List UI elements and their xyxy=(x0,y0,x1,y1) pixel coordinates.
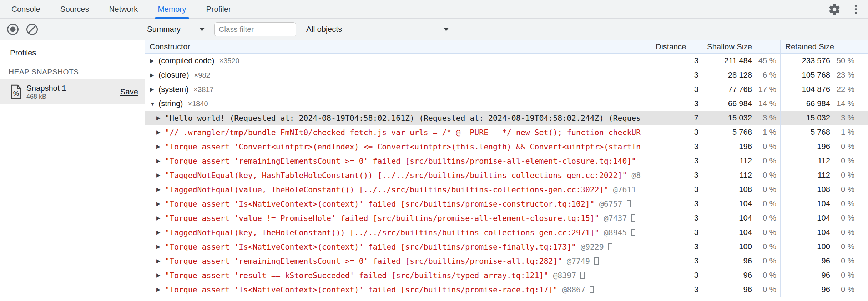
heap-row-string[interactable]: ▶"Torque assert 'result == kStoreSuccede… xyxy=(145,268,868,282)
shallow-size-percent: 0 % xyxy=(752,228,776,237)
column-header-constructor[interactable]: Constructor xyxy=(145,40,651,53)
heap-row-string[interactable]: ▶"// .wrangler/tmp/bundle-FmNIt0/checked… xyxy=(145,125,868,139)
tab-network-label: Network xyxy=(109,5,138,14)
distance-cell: 3 xyxy=(651,68,702,82)
object-id: @6757 xyxy=(599,199,622,208)
constructor-cell: ▶"Torque assert 'Is<NativeContext>(conte… xyxy=(145,197,651,211)
constructor-cell: ▶"Torque assert 'result == kStoreSuccede… xyxy=(145,268,651,282)
tab-network[interactable]: Network xyxy=(99,0,148,18)
retained-size-value: 66 984 xyxy=(781,99,830,108)
disclosure-collapsed-icon[interactable]: ▶ xyxy=(150,58,158,64)
sidebar-item-snapshot-1[interactable]: % Snapshot 1 468 kB Save xyxy=(0,79,145,104)
heap-row-string[interactable]: ▶"Torque assert 'remainingElementsCount … xyxy=(145,154,868,168)
disclosure-collapsed-icon[interactable]: ▶ xyxy=(156,215,165,221)
shallow-size-cell: 1080 % xyxy=(702,182,780,197)
heap-grid-body: ▶(compiled code)×35203211 48445 %233 576… xyxy=(145,54,868,297)
disclosure-collapsed-icon[interactable]: ▶ xyxy=(156,186,165,193)
profiles-sidebar: Profiles HEAP SNAPSHOTS % Snapshot 1 468… xyxy=(0,40,145,301)
perspective-select[interactable]: Summary xyxy=(147,25,205,34)
heap-row-string[interactable]: ▶"TaggedNotEqual(key, TheHoleConstant())… xyxy=(145,225,868,240)
string-value: "Torque assert 'Is<NativeContext>(contex… xyxy=(165,199,595,208)
disclosure-collapsed-icon[interactable]: ▶ xyxy=(156,229,165,236)
heap-row-string[interactable]: ▶"Torque assert 'Is<NativeContext>(conte… xyxy=(145,282,868,297)
heap-row-string[interactable]: ▶"Torque assert 'value != PromiseHole' f… xyxy=(145,211,868,225)
clear-profiles-button[interactable] xyxy=(25,22,39,36)
retained-size-value: 104 xyxy=(781,213,830,223)
more-options-button[interactable] xyxy=(849,2,863,16)
object-id: @8867 xyxy=(562,285,585,294)
heap-row-string[interactable]: ▶"Torque assert 'Convert<uintptr>(endInd… xyxy=(145,139,868,154)
string-value: "TaggedNotEqual(value, TheHoleConstant()… xyxy=(165,185,609,194)
shallow-size-cell: 1120 % xyxy=(702,154,780,168)
snapshot-toolbar: Summary All objects xyxy=(145,19,868,40)
heap-row-string[interactable]: ▶"Torque assert 'Is<NativeContext>(conte… xyxy=(145,240,868,254)
constructor-cell: ▶"Torque assert 'Convert<uintptr>(endInd… xyxy=(145,139,651,154)
retained-size-percent: 0 % xyxy=(830,171,854,180)
disclosure-collapsed-icon[interactable]: ▶ xyxy=(156,158,165,164)
heap-row-group[interactable]: ▶(system)×3817377 76817 %104 87622 % xyxy=(145,82,868,97)
column-header-distance[interactable]: Distance xyxy=(651,40,702,53)
constructor-cell: ▶"Torque assert 'remainingElementsCount … xyxy=(145,154,651,168)
tab-memory[interactable]: Memory xyxy=(148,0,196,18)
retained-size-value: 233 576 xyxy=(781,56,830,65)
column-header-retained-size[interactable]: Retained Size xyxy=(780,40,868,53)
retained-size-percent: 50 % xyxy=(830,56,854,65)
disclosure-collapsed-icon[interactable]: ▶ xyxy=(150,72,158,78)
heap-row-group[interactable]: ▼(string)×1840366 98414 %66 98414 % xyxy=(145,97,868,111)
shallow-size-percent: 45 % xyxy=(752,56,776,65)
tab-console[interactable]: Console xyxy=(1,0,50,18)
save-snapshot-link[interactable]: Save xyxy=(120,87,138,97)
column-header-shallow-size[interactable]: Shallow Size xyxy=(702,40,780,53)
heap-row-string[interactable]: ▶"Torque assert 'Is<NativeContext>(conte… xyxy=(145,197,868,211)
distance-cell: 3 xyxy=(651,240,702,254)
disclosure-collapsed-icon[interactable]: ▶ xyxy=(156,143,165,150)
tab-sources[interactable]: Sources xyxy=(50,0,99,18)
retained-size-value: 5 768 xyxy=(781,128,830,137)
profiles-toolbar xyxy=(0,19,145,40)
disclosure-collapsed-icon[interactable]: ▶ xyxy=(156,172,165,178)
shallow-size-percent: 0 % xyxy=(752,171,776,180)
shallow-size-value: 211 484 xyxy=(702,56,752,65)
class-filter-input[interactable] xyxy=(214,22,296,36)
heap-row-string[interactable]: ▶"TaggedNotEqual(key, HashTableHoleConst… xyxy=(145,168,868,182)
disclosure-collapsed-icon[interactable]: ▶ xyxy=(156,286,165,293)
constructor-cell: ▶"Hello world! (Requested at: 2024-08-19… xyxy=(145,111,651,125)
heap-row-string[interactable]: ▶"Torque assert 'remainingElementsCount … xyxy=(145,254,868,268)
missing-glyph-box xyxy=(580,272,585,279)
string-value: "Torque assert 'Is<NativeContext>(contex… xyxy=(165,242,576,251)
distance-cell: 3 xyxy=(651,197,702,211)
snapshot-size: 468 kB xyxy=(26,93,66,100)
instance-count: ×982 xyxy=(194,71,210,79)
constructor-cell: ▶"Torque assert 'Is<NativeContext>(conte… xyxy=(145,240,651,254)
retained-size-percent: 1 % xyxy=(830,128,854,137)
heap-row-group[interactable]: ▶(compiled code)×35203211 48445 %233 576… xyxy=(145,54,868,68)
disclosure-collapsed-icon[interactable]: ▶ xyxy=(156,243,165,250)
chevron-down-icon xyxy=(199,28,205,31)
disclosure-collapsed-icon[interactable]: ▶ xyxy=(156,201,165,207)
instance-count: ×3520 xyxy=(219,57,239,65)
disclosure-collapsed-icon[interactable]: ▶ xyxy=(156,115,165,121)
heap-row-string[interactable]: ▶"TaggedNotEqual(value, TheHoleConstant(… xyxy=(145,182,868,197)
shallow-size-cell: 1960 % xyxy=(702,139,780,154)
distance-cell: 3 xyxy=(651,282,702,297)
heap-row-group[interactable]: ▶(closure)×982328 1286 %105 76823 % xyxy=(145,68,868,82)
memory-toolbar: Summary All objects xyxy=(0,19,868,40)
disclosure-collapsed-icon[interactable]: ▶ xyxy=(150,86,158,93)
disclosure-collapsed-icon[interactable]: ▶ xyxy=(156,258,165,264)
disclosure-collapsed-icon[interactable]: ▶ xyxy=(156,129,165,135)
retained-size-percent: 22 % xyxy=(830,85,854,94)
shallow-size-cell: 960 % xyxy=(702,254,780,268)
constructor-cell: ▼(string)×1840 xyxy=(145,97,651,111)
record-heap-snapshot-button[interactable] xyxy=(6,22,20,36)
heap-row-string[interactable]: ▶"Hello world! (Requested at: 2024-08-19… xyxy=(145,111,868,125)
disclosure-collapsed-icon[interactable]: ▶ xyxy=(156,272,165,278)
shallow-size-value: 15 032 xyxy=(702,113,752,123)
objects-filter-select[interactable]: All objects xyxy=(306,25,449,34)
settings-button[interactable] xyxy=(827,2,842,16)
devtools-tabbar: Console Sources Network Memory Profiler xyxy=(0,0,868,19)
grid-header-row: Constructor Distance Shallow Size Retain… xyxy=(145,40,868,54)
tab-profiler[interactable]: Profiler xyxy=(196,0,241,18)
shallow-size-value: 77 768 xyxy=(702,85,752,94)
disclosure-expanded-icon[interactable]: ▼ xyxy=(150,101,158,107)
constructor-cell: ▶(closure)×982 xyxy=(145,68,651,82)
